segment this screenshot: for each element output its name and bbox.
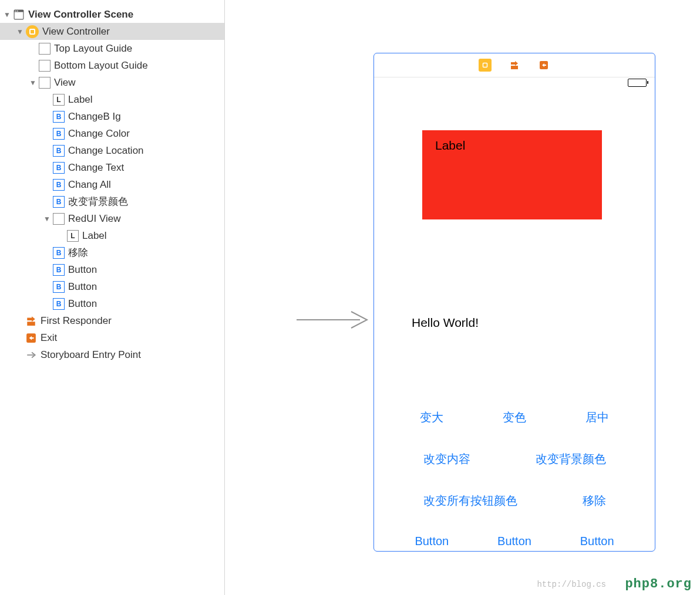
- button-row: 变大 变色 居中: [374, 410, 655, 425]
- outline-item[interactable]: B Button: [0, 295, 224, 312]
- button-icon: B: [53, 162, 65, 174]
- disclosure-triangle-icon[interactable]: ▼: [42, 214, 52, 224]
- storyboard-canvas-viewcontroller[interactable]: Label Hello World! 变大 变色 居中 改变内容 改变背景颜色 …: [373, 53, 655, 552]
- button-icon: B: [53, 145, 65, 157]
- outline-redview-row[interactable]: ▼ RedUI View: [0, 210, 224, 227]
- outline-item[interactable]: B Chang All: [0, 176, 224, 193]
- scene-dock-first-responder-icon[interactable]: [508, 59, 521, 72]
- button-row: 改变内容 改变背景颜色: [374, 451, 655, 467]
- outline-item[interactable]: B Button: [0, 278, 224, 295]
- outline-top-layout-guide[interactable]: Top Layout Guide: [0, 40, 224, 57]
- button-row: 改变所有按钮颜色 移除: [374, 493, 655, 509]
- outline-item[interactable]: B Change Location: [0, 142, 224, 159]
- outline-item[interactable]: B 改变背景颜色: [0, 193, 224, 210]
- uiview-icon: [53, 213, 65, 225]
- svg-point-7: [481, 61, 489, 69]
- site-watermark: php8.org: [625, 577, 692, 591]
- outline-item[interactable]: B Button: [0, 261, 224, 278]
- svg-rect-3: [17, 11, 18, 11]
- outline-item[interactable]: L Label: [0, 227, 224, 244]
- scene-dock-exit-icon[interactable]: [537, 59, 550, 72]
- btn-change-all-buttons-color[interactable]: 改变所有按钮颜色: [423, 493, 517, 509]
- outline-item[interactable]: L Label: [0, 91, 224, 108]
- flow-arrow-icon: [295, 308, 372, 332]
- button-icon: B: [53, 281, 65, 293]
- battery-icon: [628, 79, 647, 87]
- label-icon: L: [53, 94, 65, 106]
- button-icon: B: [53, 264, 65, 276]
- btn-change-text[interactable]: 改变内容: [423, 451, 470, 467]
- blog-url-watermark: http://blog.cs: [537, 580, 606, 589]
- button-icon: B: [53, 111, 65, 123]
- scene-dock: [374, 53, 655, 77]
- btn-change-bg[interactable]: 改变背景颜色: [536, 451, 606, 467]
- btn-center[interactable]: 居中: [585, 410, 609, 425]
- layoutguide-icon: [39, 43, 51, 55]
- button-row: Button Button Button: [374, 535, 655, 548]
- first-responder-icon: [25, 315, 37, 327]
- btn-generic-1[interactable]: Button: [415, 535, 449, 548]
- entry-point-icon: [25, 349, 37, 361]
- outline-viewcontroller-row[interactable]: ▼ View Controller: [0, 23, 224, 40]
- btn-remove[interactable]: 移除: [583, 493, 606, 509]
- outline-item[interactable]: B 移除: [0, 244, 224, 261]
- outline-vc-label: View Controller: [42, 26, 110, 38]
- root-view[interactable]: Label Hello World! 变大 变色 居中 改变内容 改变背景颜色 …: [374, 88, 655, 552]
- red-ui-view[interactable]: Label: [422, 130, 602, 219]
- btn-enlarge[interactable]: 变大: [420, 410, 443, 425]
- status-bar: [374, 77, 655, 88]
- button-icon: B: [53, 179, 65, 191]
- button-icon: B: [53, 196, 65, 208]
- layoutguide-icon: [39, 60, 51, 72]
- button-icon: B: [53, 247, 65, 259]
- outline-view-row[interactable]: ▼ View: [0, 74, 224, 91]
- document-outline[interactable]: ▼ View Controller Scene ▼ View Controlle…: [0, 0, 225, 595]
- exit-icon: [25, 332, 37, 344]
- outline-first-responder[interactable]: First Responder: [0, 312, 224, 329]
- label-icon: L: [67, 230, 79, 242]
- hello-world-label: Hello World!: [412, 316, 479, 330]
- btn-change-color[interactable]: 变色: [503, 410, 526, 425]
- outline-item[interactable]: B Change Text: [0, 159, 224, 176]
- button-icon: B: [53, 128, 65, 140]
- scene-dock-viewcontroller-icon[interactable]: [479, 59, 492, 72]
- disclosure-triangle-icon[interactable]: ▼: [2, 10, 12, 19]
- outline-exit[interactable]: Exit: [0, 329, 224, 346]
- btn-generic-2[interactable]: Button: [497, 535, 531, 548]
- outline-item[interactable]: B Change Color: [0, 125, 224, 142]
- viewcontroller-icon: [26, 25, 39, 38]
- uiview-icon: [39, 77, 51, 89]
- buttons-grid: 变大 变色 居中 改变内容 改变背景颜色 改变所有按钮颜色 移除 Button …: [374, 410, 655, 548]
- svg-rect-2: [15, 11, 16, 11]
- button-icon: B: [53, 298, 65, 310]
- outline-item[interactable]: B ChangeB Ig: [0, 108, 224, 125]
- outline-scene-row[interactable]: ▼ View Controller Scene: [0, 6, 224, 23]
- storyboard-scene-icon: [13, 9, 25, 21]
- outline-bottom-layout-guide[interactable]: Bottom Layout Guide: [0, 57, 224, 74]
- outline-entry-point[interactable]: Storyboard Entry Point: [0, 346, 224, 363]
- btn-generic-3[interactable]: Button: [580, 535, 614, 548]
- red-view-label: Label: [435, 138, 465, 153]
- disclosure-triangle-icon[interactable]: ▼: [28, 78, 38, 87]
- outline-scene-label: View Controller Scene: [28, 9, 133, 21]
- disclosure-triangle-icon[interactable]: ▼: [15, 27, 25, 36]
